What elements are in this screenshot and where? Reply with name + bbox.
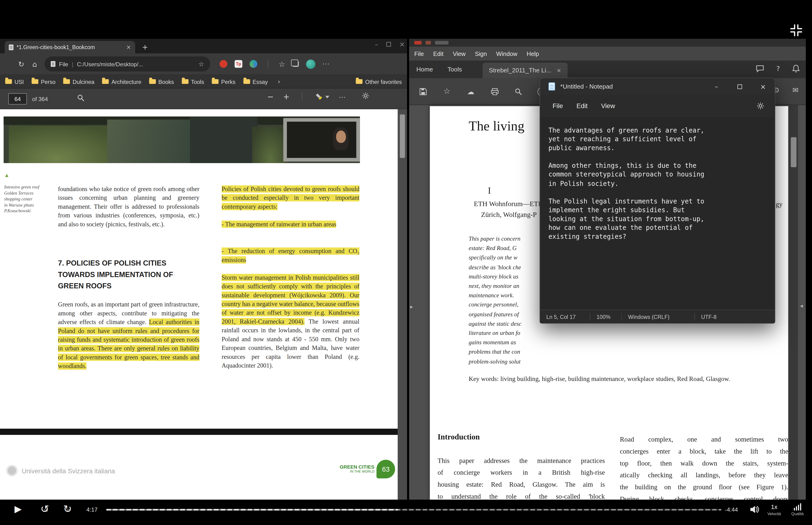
green-roof-photo: [3, 117, 360, 163]
search-icon: [515, 88, 522, 95]
find-button[interactable]: [510, 84, 526, 99]
favorites-list-icon[interactable]: ☆: [279, 60, 285, 68]
url-field[interactable]: File | C:/Users/miste/Desktop/... ☆: [45, 56, 210, 72]
settings-more-icon[interactable]: ···: [322, 61, 330, 67]
favorite-item[interactable]: Perks: [212, 78, 236, 85]
favorite-item[interactable]: Books: [149, 78, 174, 85]
minimize-window-icon[interactable]: –: [705, 78, 728, 95]
menu-item[interactable]: File: [414, 50, 424, 57]
comment-bubble-icon[interactable]: [756, 65, 764, 72]
scrollbar-thumb[interactable]: [791, 137, 796, 167]
minimize-window-icon[interactable]: –: [375, 41, 378, 47]
notepad-settings-button[interactable]: [756, 102, 764, 111]
notifications-bell-icon[interactable]: [792, 65, 799, 72]
menu-item[interactable]: Edit: [577, 102, 588, 109]
favorite-item[interactable]: Perso: [31, 78, 56, 85]
close-window-icon[interactable]: ×: [751, 78, 775, 95]
scrollbar-thumb[interactable]: [400, 115, 405, 158]
browser-tab[interactable]: *1.Green-cities-book1_Bookcom ×: [5, 41, 135, 53]
home-button[interactable]: ⌂: [28, 57, 41, 71]
collections-icon[interactable]: [292, 61, 298, 67]
play-button[interactable]: ▶: [15, 504, 22, 514]
favorite-item[interactable]: Dulcinea: [63, 78, 94, 85]
pdf-scrollbar[interactable]: [398, 109, 407, 500]
menu-item[interactable]: Sign: [475, 50, 487, 57]
reload-button[interactable]: ↻: [15, 57, 28, 71]
pdf-settings-button[interactable]: [362, 92, 369, 102]
zoom-level[interactable]: 100%: [591, 314, 622, 320]
print-button[interactable]: [487, 84, 502, 99]
tab-tools[interactable]: Tools: [440, 61, 469, 78]
extension-adblock-icon[interactable]: [220, 60, 227, 68]
exit-fullscreen-icon: [789, 23, 803, 37]
video-player-controls: ▶ ↺ 10 ↻ 10 4:17 -4:44 1x Velocità Quali…: [0, 500, 812, 525]
star-tool-icon[interactable]: ☆: [439, 84, 455, 99]
extension-tp-icon[interactable]: Tp: [234, 60, 242, 68]
menu-item[interactable]: Window: [496, 50, 517, 57]
zoom-out-icon[interactable]: −: [267, 93, 274, 101]
progress-bar[interactable]: [106, 509, 721, 511]
pdf-more-icon[interactable]: ⋯: [339, 93, 346, 100]
email-icon[interactable]: ✉: [793, 87, 799, 94]
folder-icon: [182, 79, 188, 84]
speed-control[interactable]: 1x Velocità: [763, 503, 785, 516]
titlebar-fragment: [435, 41, 448, 44]
favorite-item[interactable]: USI: [5, 78, 24, 85]
speed-value: 1x: [763, 503, 785, 510]
menu-item[interactable]: View: [601, 102, 615, 109]
document-tab[interactable]: Strebel_2011_The Li... ×: [482, 63, 567, 78]
paper-keywords: Key words: living building, high-rise, b…: [469, 374, 761, 385]
divider: [268, 60, 268, 68]
favorite-star-icon[interactable]: ☆: [199, 61, 204, 67]
help-icon[interactable]: ?: [776, 65, 780, 72]
highlight-tool-button[interactable]: [315, 93, 330, 101]
paper-line: top floor, then walk down the stairs, sy…: [620, 457, 788, 469]
menu-item[interactable]: Edit: [433, 50, 444, 57]
save-button[interactable]: [415, 84, 431, 99]
pdf-page-input[interactable]: 64: [8, 93, 27, 105]
cloud-upload-icon[interactable]: ☁: [463, 84, 478, 99]
pdf-search-button[interactable]: [77, 94, 85, 104]
tab-home[interactable]: Home: [409, 61, 440, 78]
tab-label: Home: [416, 66, 433, 73]
favorites-overflow-icon[interactable]: ›: [278, 78, 280, 85]
maximize-window-icon[interactable]: [386, 42, 391, 46]
university-name: Università della Svizzera italiana: [22, 467, 115, 475]
zoom-in-icon[interactable]: +: [283, 93, 290, 101]
text-cursor-ibeam: I: [488, 185, 491, 196]
favorite-item[interactable]: Architecture: [102, 78, 141, 85]
abstract-line: against the static desc: [469, 319, 540, 328]
notepad-titlebar[interactable]: *Untitled - Notepad – ×: [540, 78, 775, 95]
encoding[interactable]: UTF-8: [695, 314, 723, 320]
exit-fullscreen-button[interactable]: [789, 23, 803, 39]
tab-close-icon[interactable]: ×: [556, 68, 561, 73]
menu-item[interactable]: View: [453, 50, 465, 57]
favorite-item[interactable]: Essay: [243, 78, 267, 85]
menu-item[interactable]: Help: [527, 50, 539, 57]
close-window-icon[interactable]: ×: [399, 41, 405, 48]
notepad-text-area[interactable]: The advantages of green roofs are clear,…: [540, 117, 775, 310]
favorite-item[interactable]: Tools: [182, 78, 204, 85]
rewind-10-button[interactable]: ↺ 10: [41, 504, 49, 515]
pdf-toolbar: 64 of 364 − + ⋯: [0, 89, 407, 109]
volume-button[interactable]: [750, 505, 760, 515]
favorite-label: Architecture: [111, 78, 141, 85]
abstract-line: gains momentum as: [469, 338, 540, 347]
quality-control[interactable]: Qualità: [786, 503, 809, 516]
extension-color-icon[interactable]: [249, 60, 257, 68]
forward-10-button[interactable]: ↻ 10: [63, 504, 72, 515]
right-pane-toggle-icon[interactable]: ◂: [800, 303, 803, 309]
chevron-down-icon[interactable]: [325, 95, 330, 98]
new-tab-button[interactable]: +: [138, 41, 152, 53]
menu-item[interactable]: File: [553, 102, 563, 109]
profile-avatar[interactable]: [306, 59, 315, 69]
other-favorites-label: Other favorites: [365, 78, 402, 85]
tab-close-icon[interactable]: ×: [126, 44, 131, 50]
maximize-window-icon[interactable]: [728, 78, 751, 95]
favorite-label: Tools: [191, 78, 204, 85]
abstract-line: This paper is concern: [469, 234, 540, 243]
left-pane-toggle-icon[interactable]: ▸: [410, 304, 413, 310]
abstract-line: next, they monitor an: [469, 281, 540, 290]
other-favorites[interactable]: Other favorites: [356, 78, 402, 85]
acrobat-scrollbar[interactable]: [789, 105, 798, 500]
